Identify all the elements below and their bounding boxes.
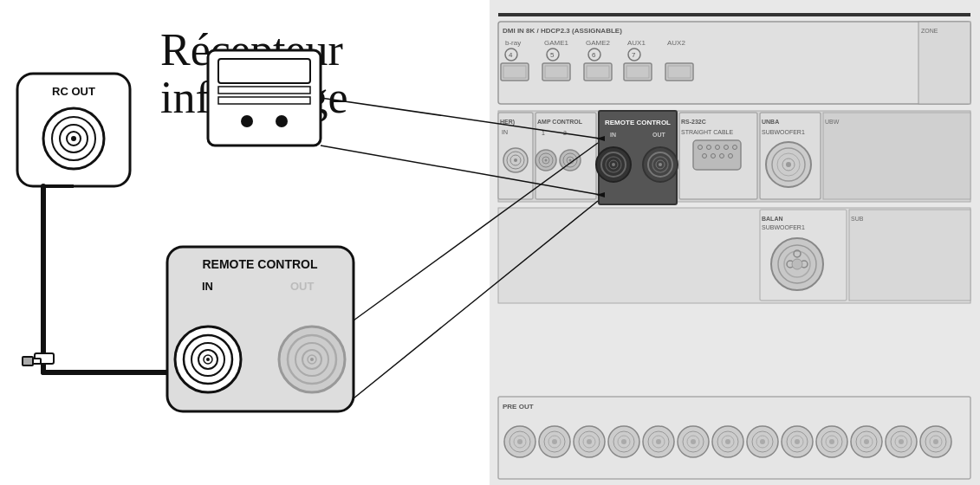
svg-point-81 [552, 439, 557, 444]
svg-point-44 [659, 163, 662, 166]
svg-point-61 [786, 162, 791, 167]
hdmi-input-3-badge: 6 [592, 51, 596, 59]
svg-point-136 [241, 115, 253, 127]
svg-rect-132 [208, 50, 321, 146]
sub-right-label: SUB [851, 216, 864, 222]
svg-point-39 [612, 163, 615, 166]
remote-control-box-label: REMOTE CONTROL [203, 257, 318, 271]
remote-out-panel-label: OUT [652, 132, 666, 138]
svg-point-89 [621, 439, 626, 444]
svg-point-71 [792, 259, 802, 269]
svg-rect-2 [498, 13, 970, 16]
svg-point-105 [760, 439, 765, 444]
svg-point-121 [899, 439, 904, 444]
svg-point-24 [514, 158, 517, 162]
hdmi-input-2-badge: 5 [550, 51, 555, 59]
pre-out-label: PRE OUT [503, 403, 534, 411]
svg-point-137 [276, 115, 288, 127]
hdmi-input-5-label: AUX2 [667, 39, 685, 47]
svg-point-77 [517, 439, 522, 444]
hdmi-input-1-badge: 4 [509, 51, 513, 59]
svg-point-33 [569, 159, 572, 162]
svg-rect-18 [918, 22, 970, 104]
ubw-label: UBW [825, 119, 840, 125]
hdmi-right-zone: ZONE [921, 28, 938, 34]
remote-in-panel-label: IN [610, 132, 616, 138]
svg-rect-143 [23, 357, 33, 365]
svg-point-109 [795, 439, 800, 444]
svg-point-29 [545, 159, 548, 162]
rs232-label: RS-232C [681, 119, 706, 125]
rc-in-box-label: IN [202, 280, 213, 293]
remote-control-panel-label: REMOTE CONTROL [605, 119, 671, 126]
amp-control-label: AMP CONTROL [537, 119, 583, 125]
svg-point-117 [864, 439, 869, 444]
main-diagram: DMI IN 8K / HDCP2.3 (ASSIGNABLE) HDMI b-… [0, 0, 980, 485]
balan-label: BALAN [762, 216, 783, 222]
svg-rect-72 [849, 210, 970, 301]
hdmi-input-4-badge: 7 [632, 51, 636, 59]
svg-point-125 [933, 439, 938, 444]
rc-out-label: RC OUT [52, 85, 95, 98]
hdmi-label: DMI IN 8K / HDCP2.3 (ASSIGNABLE) [503, 27, 622, 35]
svg-point-97 [691, 439, 696, 444]
svg-point-85 [587, 439, 592, 444]
hdmi-input-4-label: AUX1 [627, 39, 646, 47]
svg-point-155 [206, 358, 210, 361]
unbal-label: UNBA [762, 119, 779, 125]
hdmi-input-3-label: GAME2 [586, 39, 611, 47]
svg-point-113 [829, 439, 834, 444]
hdmi-input-2-label: GAME1 [544, 39, 569, 47]
rc-out-box-label: OUT [290, 280, 315, 293]
svg-point-93 [656, 439, 661, 444]
svg-point-101 [725, 439, 730, 444]
svg-point-131 [71, 136, 76, 141]
subwoofer1-label: SUBWOOFER1 [762, 129, 805, 135]
hdmi-input-1-label: b-ray [505, 39, 521, 47]
svg-point-161 [310, 358, 314, 361]
her-in-label: IN [502, 129, 508, 135]
subwoofer2-label: SUBWOOFER1 [762, 224, 805, 230]
rs232-cable-label: STRAIGHT CABLE [681, 129, 733, 135]
svg-rect-62 [823, 113, 970, 199]
